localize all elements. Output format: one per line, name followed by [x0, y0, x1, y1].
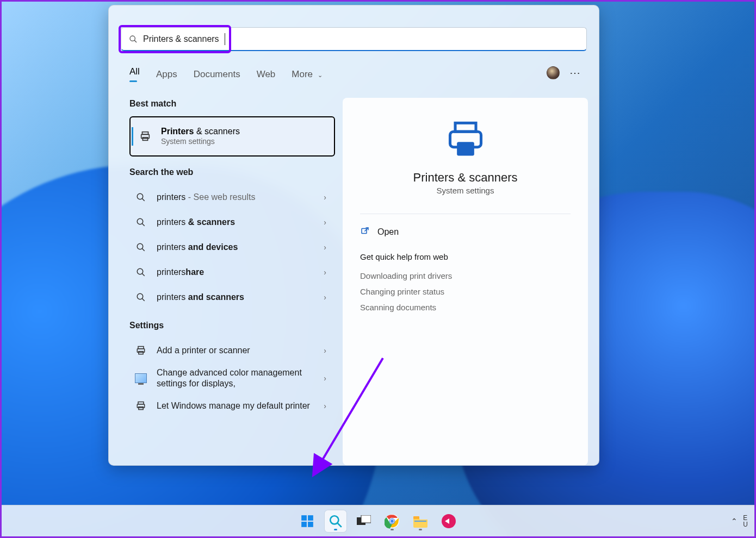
tray-lang-line1: E — [743, 515, 748, 521]
svg-point-5 — [137, 193, 143, 199]
section-best-match: Best match — [129, 99, 337, 109]
result-preview-pane: Printers & scanners System settings Open… — [343, 98, 588, 465]
chevron-right-icon: › — [324, 193, 326, 202]
preview-subtitle: System settings — [360, 186, 571, 195]
chrome-taskbar-icon[interactable] — [381, 510, 403, 532]
preview-title: Printers & scanners — [360, 171, 571, 185]
search-icon — [133, 192, 149, 202]
task-view-button[interactable] — [353, 510, 375, 532]
settings-result[interactable]: Change advanced color management setting… — [129, 363, 329, 393]
best-match-result[interactable]: Printers & scanners System settings — [129, 116, 335, 157]
svg-rect-29 — [308, 522, 313, 527]
help-link[interactable]: Downloading print drivers — [360, 268, 571, 284]
settings-result-label: Change advanced color management setting… — [157, 367, 325, 389]
help-link[interactable]: Scanning documents — [360, 299, 571, 315]
input-indicator[interactable]: E U — [743, 515, 748, 528]
settings-result-label: Let Windows manage my default printer — [157, 401, 325, 411]
best-match-title-rest: & scanners — [194, 127, 239, 136]
search-panel: Printers & scanners All Apps Documents W… — [108, 5, 599, 466]
svg-rect-17 — [139, 352, 143, 354]
printer-icon — [135, 345, 146, 356]
svg-point-30 — [330, 516, 338, 524]
web-result[interactable]: printers & scanners › — [129, 210, 329, 235]
svg-line-10 — [142, 248, 145, 251]
settings-result-label: Add a printer or scanner — [157, 345, 325, 356]
filter-tabs: All Apps Documents Web More ⌄ — [129, 66, 323, 87]
svg-line-1 — [134, 40, 137, 42]
settings-result-icon — [133, 401, 149, 411]
chevron-right-icon: › — [324, 374, 326, 383]
user-avatar[interactable] — [547, 66, 560, 79]
svg-point-11 — [137, 268, 143, 274]
monitor-icon — [135, 373, 147, 383]
svg-line-31 — [337, 523, 342, 527]
web-result[interactable]: printers and scanners › — [129, 285, 329, 310]
svg-point-13 — [137, 293, 143, 299]
taskbar: ⌃ E U — [2, 505, 754, 536]
results-left: Best match Printers & scanners System se… — [120, 98, 337, 465]
search-icon — [133, 267, 149, 277]
tray-overflow-button[interactable]: ⌃ — [731, 517, 738, 526]
tab-apps[interactable]: Apps — [156, 69, 177, 85]
chevron-right-icon: › — [324, 402, 326, 410]
best-match-subtitle: System settings — [161, 137, 327, 147]
svg-rect-38 — [413, 516, 419, 519]
svg-rect-33 — [361, 515, 371, 523]
open-action[interactable]: Open — [360, 223, 571, 241]
web-result[interactable]: printers - See web results › — [129, 185, 329, 210]
results-area: Best match Printers & scanners System se… — [120, 98, 588, 465]
tab-all[interactable]: All — [129, 66, 140, 87]
svg-rect-23 — [457, 142, 474, 155]
help-section-title: Get quick help from web — [360, 252, 571, 261]
help-link[interactable]: Changing printer status — [360, 284, 571, 299]
svg-rect-26 — [301, 515, 307, 521]
web-result-text: printers - See web results — [157, 192, 325, 203]
web-result-text: printershare — [157, 267, 325, 278]
svg-rect-4 — [142, 137, 147, 141]
web-result-text: printers and devices — [157, 242, 325, 253]
tab-documents[interactable]: Documents — [194, 69, 240, 85]
settings-result-icon — [133, 345, 149, 356]
chevron-right-icon: › — [324, 346, 326, 355]
web-result[interactable]: printershare › — [129, 260, 329, 285]
chevron-down-icon: ⌄ — [318, 72, 323, 78]
search-icon — [133, 242, 149, 252]
search-icon — [133, 217, 149, 227]
svg-point-9 — [137, 243, 143, 249]
svg-rect-24 — [362, 229, 367, 234]
search-box[interactable]: Printers & scanners — [121, 27, 587, 51]
web-result[interactable]: printers and devices › — [129, 235, 329, 260]
svg-line-6 — [142, 198, 145, 201]
search-input-text[interactable]: Printers & scanners — [143, 34, 219, 44]
text-cursor — [225, 33, 225, 45]
svg-rect-28 — [301, 522, 307, 527]
best-match-text: Printers & scanners System settings — [161, 126, 327, 147]
open-label: Open — [377, 227, 399, 237]
settings-result-icon — [133, 373, 149, 383]
settings-result[interactable]: Let Windows manage my default printer › — [129, 393, 329, 418]
section-search-web: Search the web — [129, 167, 337, 177]
more-options-button[interactable]: ⋯ — [569, 66, 581, 79]
tab-web[interactable]: Web — [257, 69, 276, 85]
svg-point-7 — [137, 218, 143, 224]
start-button[interactable] — [296, 510, 318, 532]
printer-icon — [135, 401, 146, 411]
divider — [360, 214, 571, 214]
app-taskbar-icon[interactable] — [438, 510, 460, 532]
file-explorer-taskbar-icon[interactable] — [410, 510, 431, 532]
taskbar-center — [296, 510, 460, 532]
chevron-right-icon: › — [324, 243, 326, 252]
svg-line-8 — [142, 223, 145, 226]
chevron-right-icon: › — [324, 218, 326, 227]
settings-result[interactable]: Add a printer or scanner › — [129, 338, 329, 363]
tray-lang-line2: U — [743, 521, 748, 528]
chevron-right-icon: › — [324, 293, 326, 302]
open-icon — [360, 226, 370, 238]
tab-more[interactable]: More ⌄ — [292, 69, 322, 85]
web-result-text: printers & scanners — [157, 217, 325, 228]
running-indicator — [419, 529, 422, 530]
svg-rect-27 — [308, 515, 313, 521]
svg-point-37 — [391, 520, 394, 523]
svg-rect-20 — [139, 407, 143, 410]
search-taskbar-button[interactable] — [325, 510, 346, 532]
